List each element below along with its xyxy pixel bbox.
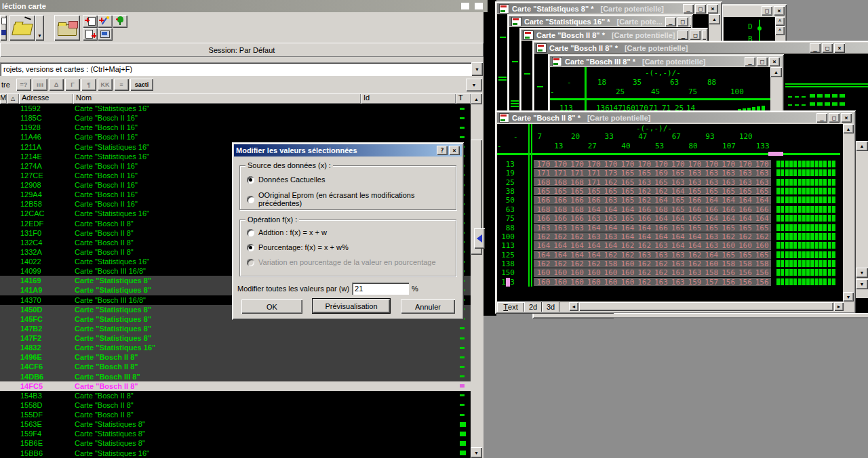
map-cell[interactable]: 162 xyxy=(636,241,653,250)
map-cell[interactable]: 164 xyxy=(703,251,720,259)
map-cell[interactable]: 156 xyxy=(720,268,737,277)
map-cell[interactable]: 163 xyxy=(669,178,686,187)
map-cell[interactable]: 162 xyxy=(535,259,552,268)
map-cell[interactable]: 165 xyxy=(753,224,770,232)
map-cell[interactable]: 169 xyxy=(653,169,670,178)
close-button[interactable]: × xyxy=(834,43,845,53)
map-cell[interactable]: 170 xyxy=(686,160,703,169)
map-cell[interactable]: 166 xyxy=(535,214,552,223)
map-cell[interactable]: 170 xyxy=(653,160,670,169)
close-button[interactable]: × xyxy=(449,146,460,155)
map-wizard-button[interactable] xyxy=(98,15,113,28)
map-cell[interactable]: 160 xyxy=(602,268,619,277)
filter-button-1[interactable]: ıııı xyxy=(33,79,47,91)
map-cell[interactable]: 166 xyxy=(552,214,569,223)
map-cell[interactable]: 165 xyxy=(686,214,703,223)
map-cell[interactable]: 165 xyxy=(720,251,737,259)
map-cell[interactable]: 164 xyxy=(569,241,586,250)
map-cell[interactable]: 165 xyxy=(552,187,569,196)
map-cell[interactable]: 168 xyxy=(535,178,552,187)
map-cell[interactable]: 163 xyxy=(703,169,720,178)
map-cell[interactable]: 163 xyxy=(535,224,552,232)
map-cell[interactable]: 163 xyxy=(703,241,720,250)
modify-values-dialog[interactable]: Modifier les valeurs sélectionnées ? × S… xyxy=(232,142,464,320)
radio-percent-icon[interactable] xyxy=(247,244,254,251)
scroll-down-icon[interactable]: ▼ xyxy=(471,447,482,458)
minimize-button[interactable]: _ xyxy=(816,113,827,123)
map-cell[interactable]: 164 xyxy=(736,214,753,223)
map-cell[interactable]: 164 xyxy=(619,224,636,232)
map-cell[interactable]: 160 xyxy=(619,268,636,277)
open-project-button[interactable] xyxy=(9,15,35,41)
map-cell[interactable]: 163 xyxy=(602,214,619,223)
map-cell[interactable]: 160 xyxy=(736,241,753,250)
close-button[interactable]: × xyxy=(707,4,718,14)
map-cell[interactable]: 162 xyxy=(686,251,703,259)
map-cell[interactable]: 162 xyxy=(636,187,653,196)
fragment-titlebar[interactable]: □ × xyxy=(724,6,785,16)
map-cell[interactable]: 160 xyxy=(703,259,720,268)
map-cell[interactable]: 163 xyxy=(636,178,653,187)
close-button[interactable]: × xyxy=(774,6,785,16)
map-cell[interactable]: 171 xyxy=(585,178,602,187)
map-cell[interactable]: 164 xyxy=(535,241,552,250)
map-cell[interactable]: 164 xyxy=(653,214,670,223)
radio-row-percent[interactable]: Pourcentage: f(x) = x + w% xyxy=(247,243,349,251)
list-item[interactable]: 1563ECarte "Statistiques 8" xyxy=(0,419,471,429)
map-cell[interactable]: 156 xyxy=(753,268,770,277)
map-cell[interactable]: 168 xyxy=(569,178,586,187)
map-cell[interactable]: 163 xyxy=(703,178,720,187)
map-cell[interactable]: 165 xyxy=(619,214,636,223)
map-cell[interactable]: 166 xyxy=(636,205,653,214)
map-cell[interactable]: 170 xyxy=(535,160,552,169)
list-item[interactable]: 11592Carte "Statistiques 16" xyxy=(0,104,471,113)
map-cell[interactable]: 163 xyxy=(753,169,770,178)
tab-3d[interactable]: 3d xyxy=(542,301,559,312)
radio-addition-icon[interactable] xyxy=(247,229,254,236)
map-cell[interactable]: 170 xyxy=(703,160,720,169)
map-cell[interactable]: 164 xyxy=(602,205,619,214)
map-cell[interactable]: 164 xyxy=(720,196,737,205)
map-cell[interactable]: 166 xyxy=(686,205,703,214)
map-cell[interactable]: 173 xyxy=(602,169,619,178)
window-bosch-ii-8-front[interactable]: Carte "Bosch II 8" * [Carte potentielle]… xyxy=(495,110,856,314)
horizontal-scrollbar[interactable]: ◄► xyxy=(569,301,854,312)
map-cell[interactable]: 163 xyxy=(653,251,670,259)
map-cell[interactable]: 165 xyxy=(569,187,586,196)
map-cell[interactable]: 165 xyxy=(669,169,686,178)
map-cell[interactable]: 162 xyxy=(569,232,586,241)
map-cell[interactable]: 162 xyxy=(619,251,636,259)
tab-text[interactable]: Text xyxy=(497,301,524,312)
maximize-button[interactable]: □ xyxy=(822,43,833,53)
list-item[interactable]: 1558DCarte "Bosch II 8" xyxy=(0,400,471,410)
list-item[interactable]: 15B6ECarte "Statistiques 8" xyxy=(0,438,471,448)
map-cell[interactable]: 170 xyxy=(569,160,586,169)
maximize-button[interactable]: □ xyxy=(762,6,772,16)
map-cell[interactable]: 165 xyxy=(619,169,636,178)
map-cell[interactable]: 166 xyxy=(569,196,586,205)
filter-button-5[interactable]: KK xyxy=(98,79,113,91)
map-cell[interactable]: 163 xyxy=(686,268,703,277)
map-cell[interactable]: 170 xyxy=(720,160,737,169)
map-cell[interactable]: 164 xyxy=(686,232,703,241)
map-cell[interactable]: 165 xyxy=(636,169,653,178)
list-item[interactable]: 15BB6Carte "Statistiques 16" xyxy=(0,449,471,458)
radio-row-current[interactable]: Données Cactuelles xyxy=(247,175,325,184)
preview-button[interactable]: Prévisualisation xyxy=(313,299,390,313)
maximize-button[interactable]: □ xyxy=(695,4,706,14)
screenshot-button[interactable] xyxy=(98,28,113,41)
map-cell[interactable]: 162 xyxy=(602,251,619,259)
vertical-scrollbar[interactable]: ▲ ▼ xyxy=(843,124,854,301)
new-map-from-selection-button[interactable] xyxy=(83,28,98,41)
map-cell[interactable]: 160 xyxy=(619,278,636,287)
map-cell[interactable]: 168 xyxy=(653,205,670,214)
close-button[interactable]: × xyxy=(769,57,780,66)
scroll-up-icon[interactable]: ▲ xyxy=(770,67,782,77)
map-cell[interactable]: 165 xyxy=(686,224,703,232)
map-cell[interactable]: 163 xyxy=(703,232,720,241)
map-cell[interactable]: 163 xyxy=(736,169,753,178)
map-cell[interactable]: 164 xyxy=(686,241,703,250)
map-cell[interactable]: 160 xyxy=(585,278,602,287)
map-cell[interactable]: 162 xyxy=(720,232,737,241)
map-cell[interactable]: 166 xyxy=(636,214,653,223)
